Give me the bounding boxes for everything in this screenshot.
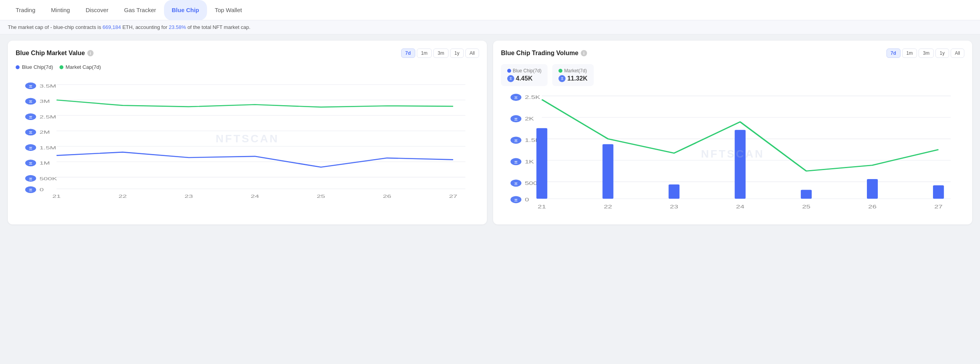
svg-text:Ξ: Ξ: [29, 131, 32, 134]
svg-text:1.5M: 1.5M: [40, 145, 56, 150]
trading-volume-info-icon[interactable]: i: [581, 50, 587, 56]
svg-text:2K: 2K: [525, 116, 534, 122]
svg-text:1M: 1M: [40, 161, 50, 166]
charts-container: Blue Chip Market Value i 7d 1m 3m 1y All…: [0, 34, 980, 231]
svg-text:Ξ: Ξ: [29, 100, 32, 104]
market-value-svg: Ξ 3.5M Ξ 3M Ξ 2.5M Ξ 2M Ξ 1.5M Ξ 1M Ξ: [16, 76, 479, 201]
time-btn-all-tv[interactable]: All: [951, 48, 964, 58]
market-value-chart-area: NFTSCAN Ξ 3.5M Ξ 3M Ξ 2.5: [16, 76, 479, 201]
info-text-middle: ETH, accounting for: [121, 24, 169, 30]
legend-blue-chip-mv: Blue Chip(7d): [16, 64, 53, 70]
trading-volume-chart-area: NFTSCAN Ξ 2.5K Ξ 2K Ξ 1.5K: [501, 91, 964, 217]
svg-text:Ξ: Ξ: [514, 198, 518, 202]
time-btn-3m-tv[interactable]: 3m: [919, 48, 934, 58]
svg-text:25: 25: [317, 194, 325, 199]
trading-volume-svg: Ξ 2.5K Ξ 2K Ξ 1.5K Ξ 1K Ξ 500 Ξ 0: [501, 91, 964, 217]
time-btn-7d-mv[interactable]: 7d: [401, 48, 415, 58]
svg-rect-68: [867, 179, 878, 199]
time-btn-all-mv[interactable]: All: [465, 48, 479, 58]
navigation: Trading Minting Discover Gas Tracker Blu…: [0, 0, 980, 20]
svg-text:1K: 1K: [525, 159, 534, 164]
nav-gas-tracker[interactable]: Gas Tracker: [116, 0, 164, 20]
svg-text:Ξ: Ξ: [29, 115, 32, 119]
svg-text:22: 22: [119, 194, 127, 199]
svg-text:26: 26: [868, 204, 876, 210]
svg-text:2.5K: 2.5K: [525, 95, 540, 100]
info-bar: The market cap of - blue-chip contracts …: [0, 20, 980, 34]
svg-rect-63: [537, 128, 548, 199]
svg-text:23: 23: [185, 194, 193, 199]
percentage-link[interactable]: 23.58%: [169, 24, 186, 30]
time-btn-7d-tv[interactable]: 7d: [886, 48, 901, 58]
market-value-header: Blue Chip Market Value i 7d 1m 3m 1y All: [16, 48, 479, 58]
svg-text:Ξ: Ξ: [29, 177, 32, 181]
svg-text:21: 21: [538, 204, 546, 210]
nav-discover[interactable]: Discover: [78, 0, 116, 20]
svg-text:2.5M: 2.5M: [40, 114, 56, 119]
svg-text:3.5M: 3.5M: [40, 83, 56, 88]
svg-text:Ξ: Ξ: [29, 188, 32, 192]
svg-rect-67: [801, 190, 812, 199]
legend-dot-green: [59, 65, 63, 69]
eth-icon-1: Ξ: [507, 75, 514, 82]
stat-green-dot: [558, 69, 562, 73]
stat-blue-chip-label: Blue Chip(7d): [507, 68, 541, 74]
nav-trading[interactable]: Trading: [8, 0, 43, 20]
market-cap-link[interactable]: 669,184: [103, 24, 121, 30]
nav-blue-chip[interactable]: Blue Chip: [164, 0, 207, 20]
time-btn-1m-mv[interactable]: 1m: [417, 48, 432, 58]
stat-blue-chip-value: Ξ 4.45K: [507, 75, 541, 82]
svg-text:21: 21: [52, 194, 61, 199]
nav-minting[interactable]: Minting: [43, 0, 77, 20]
svg-rect-66: [735, 130, 746, 199]
svg-text:500K: 500K: [40, 176, 57, 181]
svg-text:Ξ: Ξ: [514, 139, 518, 143]
time-btn-1m-tv[interactable]: 1m: [902, 48, 917, 58]
svg-text:Ξ: Ξ: [29, 84, 32, 88]
legend-dot-blue: [16, 65, 20, 69]
time-btn-3m-mv[interactable]: 3m: [433, 48, 449, 58]
trading-volume-time-buttons: 7d 1m 3m 1y All: [886, 48, 964, 58]
svg-text:Ξ: Ξ: [29, 162, 32, 165]
trading-volume-stats: Blue Chip(7d) Ξ 4.45K Market(7d) Ξ 11.32…: [501, 64, 964, 86]
time-btn-1y-mv[interactable]: 1y: [450, 48, 464, 58]
legend-market-cap-mv: Market Cap(7d): [59, 64, 101, 70]
svg-text:2M: 2M: [40, 130, 50, 135]
stat-market-label: Market(7d): [558, 68, 587, 74]
stat-blue-dot: [507, 69, 511, 73]
svg-text:Ξ: Ξ: [514, 96, 518, 100]
svg-rect-69: [933, 185, 944, 199]
trading-volume-card: Blue Chip Trading Volume i 7d 1m 3m 1y A…: [493, 41, 972, 224]
stat-market: Market(7d) Ξ 11.32K: [552, 64, 594, 86]
svg-text:3M: 3M: [40, 99, 50, 104]
eth-icon-2: Ξ: [558, 75, 566, 82]
svg-text:0: 0: [525, 197, 529, 203]
svg-text:22: 22: [604, 204, 612, 210]
market-value-legend: Blue Chip(7d) Market Cap(7d): [16, 64, 479, 70]
svg-text:500: 500: [525, 180, 537, 186]
svg-text:Ξ: Ξ: [29, 146, 32, 150]
market-value-card: Blue Chip Market Value i 7d 1m 3m 1y All…: [8, 41, 487, 224]
svg-rect-65: [668, 185, 679, 199]
market-value-title: Blue Chip Market Value i: [16, 50, 94, 57]
info-text-before: The market cap of - blue-chip contracts …: [8, 24, 103, 30]
stat-market-value: Ξ 11.32K: [558, 75, 587, 82]
svg-text:27: 27: [934, 204, 942, 210]
svg-text:Ξ: Ξ: [514, 181, 518, 185]
svg-text:27: 27: [449, 194, 458, 199]
trading-volume-title: Blue Chip Trading Volume i: [501, 50, 587, 57]
stat-blue-chip: Blue Chip(7d) Ξ 4.45K: [501, 64, 548, 86]
svg-text:23: 23: [670, 204, 678, 210]
nav-top-wallet[interactable]: Top Wallet: [207, 0, 250, 20]
svg-rect-64: [602, 144, 613, 199]
time-btn-1y-tv[interactable]: 1y: [935, 48, 949, 58]
svg-text:Ξ: Ξ: [514, 160, 518, 164]
svg-text:24: 24: [736, 204, 744, 210]
svg-text:26: 26: [383, 194, 391, 199]
info-text-after: of the total NFT market cap.: [186, 24, 250, 30]
svg-text:0: 0: [40, 187, 44, 192]
market-value-time-buttons: 7d 1m 3m 1y All: [401, 48, 479, 58]
market-value-info-icon[interactable]: i: [87, 50, 94, 56]
trading-volume-header: Blue Chip Trading Volume i 7d 1m 3m 1y A…: [501, 48, 964, 58]
svg-text:25: 25: [802, 204, 810, 210]
